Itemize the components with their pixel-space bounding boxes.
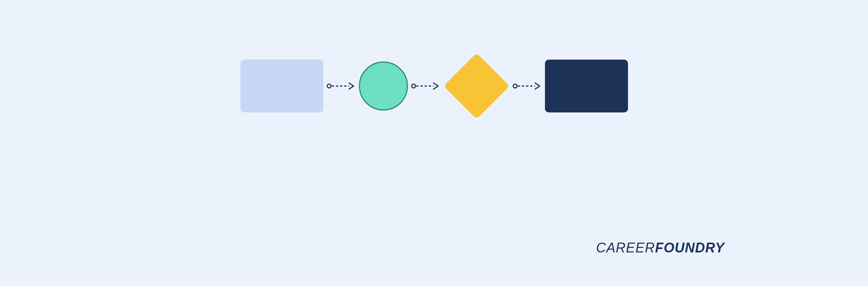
arrow-connector-1 bbox=[326, 81, 356, 91]
svg-point-2 bbox=[412, 84, 416, 88]
brand-text-bold: FOUNDRY bbox=[655, 240, 725, 256]
diagram-row bbox=[0, 53, 868, 119]
process-rectangle-light bbox=[240, 60, 323, 112]
svg-point-4 bbox=[513, 84, 517, 88]
brand-text-light: CAREER bbox=[596, 240, 655, 256]
process-rectangle-dark bbox=[545, 60, 628, 112]
brand-logo: CAREERFOUNDRY bbox=[596, 240, 725, 256]
arrow-connector-2 bbox=[411, 81, 440, 91]
decision-diamond bbox=[443, 53, 509, 119]
arrow-connector-3 bbox=[512, 81, 542, 91]
event-circle bbox=[359, 62, 408, 111]
svg-point-0 bbox=[327, 84, 331, 88]
